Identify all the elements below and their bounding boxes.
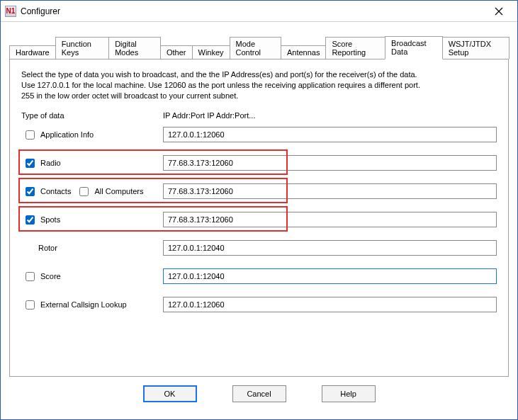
tab-function-keys[interactable]: Function Keys bbox=[55, 37, 109, 59]
cancel-button[interactable]: Cancel bbox=[232, 385, 286, 402]
tab-other[interactable]: Other bbox=[160, 45, 193, 59]
label-application-info: Application Info bbox=[40, 130, 94, 139]
description-line-3: 255 in the low order octet will broadcas… bbox=[21, 91, 497, 101]
content-area: Hardware Function Keys Digital Modes Oth… bbox=[1, 22, 517, 419]
tab-antennas[interactable]: Antennas bbox=[281, 45, 326, 59]
label-external-callsign-lookup: External Callsign Lookup bbox=[40, 300, 127, 309]
label-contacts: Contacts bbox=[40, 187, 71, 195]
configurer-window: N1 Configurer Hardware Function Keys Dig… bbox=[0, 0, 518, 420]
input-spots[interactable] bbox=[163, 212, 497, 227]
window-title: Configurer bbox=[21, 6, 485, 16]
label-rotor: Rotor bbox=[38, 244, 57, 252]
checkbox-radio[interactable] bbox=[26, 159, 35, 168]
label-radio: Radio bbox=[40, 159, 61, 167]
input-application-info[interactable] bbox=[163, 127, 497, 142]
input-score[interactable] bbox=[163, 268, 497, 284]
checkbox-external-callsign-lookup[interactable] bbox=[26, 300, 35, 310]
help-button[interactable]: Help bbox=[322, 385, 376, 402]
tab-wsjt-jtdx-setup[interactable]: WSJT/JTDX Setup bbox=[442, 37, 509, 59]
row-spots: Spots bbox=[21, 212, 497, 227]
app-icon: N1 bbox=[5, 6, 16, 17]
row-application-info: Application Info bbox=[21, 127, 497, 142]
header-type-of-data: Type of data bbox=[21, 111, 163, 120]
input-external-callsign-lookup[interactable] bbox=[163, 297, 497, 312]
label-spots: Spots bbox=[40, 215, 60, 224]
broadcast-data-panel: Select the type of data you wish to broa… bbox=[9, 59, 509, 377]
close-button[interactable] bbox=[485, 1, 513, 21]
checkbox-all-computers[interactable] bbox=[79, 187, 89, 196]
checkbox-contacts[interactable] bbox=[26, 187, 35, 196]
input-contacts[interactable] bbox=[163, 183, 497, 199]
row-radio: Radio bbox=[21, 155, 497, 171]
row-score: Score bbox=[21, 268, 497, 284]
titlebar: N1 Configurer bbox=[1, 1, 517, 22]
tab-broadcast-data[interactable]: Broadcast Data bbox=[385, 36, 443, 59]
tab-digital-modes[interactable]: Digital Modes bbox=[108, 37, 161, 59]
checkbox-application-info[interactable] bbox=[26, 130, 35, 140]
close-icon bbox=[495, 7, 503, 16]
row-rotor: Rotor bbox=[21, 240, 497, 256]
row-contacts: Contacts All Computers bbox=[21, 183, 497, 199]
label-score: Score bbox=[40, 272, 61, 280]
header-ip-addr-port: IP Addr:Port IP Addr:Port... bbox=[163, 111, 255, 120]
tab-hardware[interactable]: Hardware bbox=[9, 45, 56, 59]
checkbox-spots[interactable] bbox=[26, 215, 35, 225]
tab-mode-control[interactable]: Mode Control bbox=[230, 37, 281, 59]
description-line-2: Use 127.0.0.1 for the local machine. Use… bbox=[21, 80, 497, 91]
tab-score-reporting[interactable]: Score Reporting bbox=[325, 37, 385, 59]
ok-button[interactable]: OK bbox=[143, 385, 197, 402]
dialog-buttons: OK Cancel Help bbox=[9, 377, 509, 412]
row-external-callsign-lookup: External Callsign Lookup bbox=[21, 297, 497, 312]
description-text: Select the type of data you wish to broa… bbox=[21, 69, 497, 101]
rows-area: Application Info Radio C bbox=[21, 127, 497, 325]
column-headers: Type of data IP Addr:Port IP Addr:Port..… bbox=[21, 111, 497, 120]
label-all-computers: All Computers bbox=[94, 187, 143, 195]
checkbox-score[interactable] bbox=[26, 272, 35, 281]
input-rotor[interactable] bbox=[163, 240, 497, 256]
description-line-1: Select the type of data you wish to broa… bbox=[21, 69, 497, 80]
input-radio[interactable] bbox=[163, 155, 497, 171]
tabstrip: Hardware Function Keys Digital Modes Oth… bbox=[9, 43, 509, 59]
tab-winkey[interactable]: Winkey bbox=[192, 45, 230, 59]
